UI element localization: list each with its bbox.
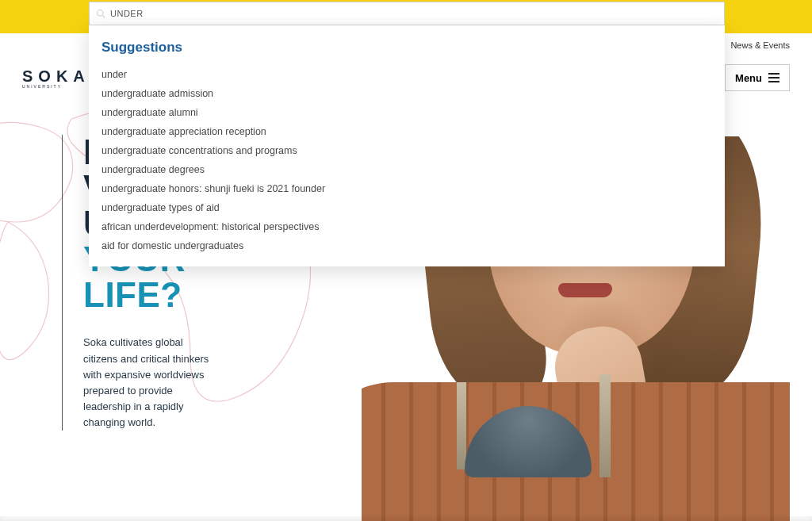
- divider: [0, 516, 812, 521]
- suggestion-item[interactable]: undergraduate honors: shunji fueki is 20…: [102, 179, 712, 198]
- svg-point-0: [98, 10, 104, 17]
- search-input[interactable]: [110, 9, 718, 18]
- suggestion-item[interactable]: under: [102, 65, 712, 84]
- svg-line-1: [102, 15, 105, 17]
- search-overlay: Suggestions under undergraduate admissio…: [89, 2, 725, 266]
- suggestion-item[interactable]: undergraduate degrees: [102, 160, 712, 179]
- suggestions-heading: Suggestions: [102, 40, 712, 56]
- search-box: [89, 2, 725, 25]
- suggestion-item[interactable]: undergraduate admission: [102, 84, 712, 103]
- menu-button-label: Menu: [735, 72, 762, 84]
- suggestion-item[interactable]: undergraduate concentrations and program…: [102, 141, 712, 160]
- hero-image-city: [599, 374, 611, 477]
- suggestions-list: under undergraduate admission undergradu…: [102, 65, 712, 255]
- secondary-nav-item-news[interactable]: News & Events: [730, 40, 790, 50]
- hamburger-icon: [768, 73, 779, 82]
- suggestion-item[interactable]: undergraduate appreciation reception: [102, 122, 712, 141]
- suggestion-item[interactable]: african underdevelopment: historical per…: [102, 217, 712, 236]
- hero-body: Soka cultivates global citizens and crit…: [83, 335, 218, 431]
- menu-button[interactable]: Menu: [725, 64, 790, 91]
- suggestions-panel: Suggestions under undergraduate admissio…: [89, 25, 725, 266]
- suggestion-item[interactable]: aid for domestic undergraduates: [102, 236, 712, 255]
- search-icon: [96, 9, 105, 18]
- suggestion-item[interactable]: undergraduate types of aid: [102, 198, 712, 217]
- logo-text: SOKA: [22, 67, 90, 86]
- hero-image-city: [457, 382, 466, 469]
- hero-title-line4: LIFE?: [83, 275, 182, 314]
- suggestion-item[interactable]: undergraduate alumni: [102, 103, 712, 122]
